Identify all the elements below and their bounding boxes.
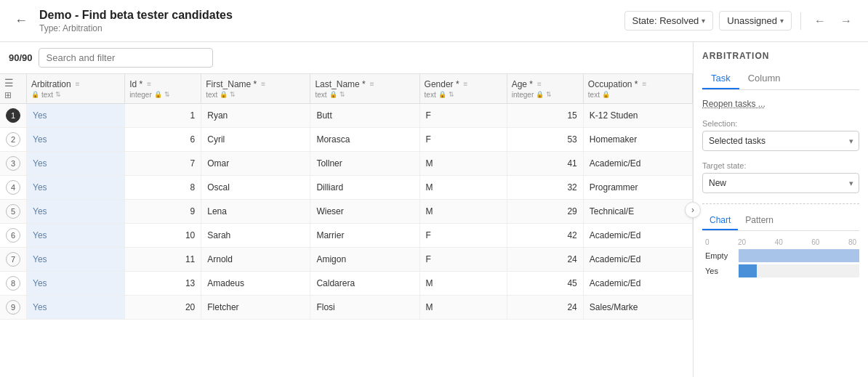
- firstname-cell: Omar: [201, 152, 310, 176]
- gender-cell: F: [419, 128, 507, 152]
- row-number-cell: 4: [0, 176, 27, 200]
- age-cell: 29: [507, 200, 583, 224]
- row-number-cell: 1: [0, 104, 27, 128]
- reopen-link[interactable]: Reopen tasks ...: [702, 99, 859, 109]
- id-cell: 13: [125, 272, 201, 296]
- id-cell: 8: [125, 176, 201, 200]
- age-cell: 53: [507, 128, 583, 152]
- col-lastname: Last_Name * ≡ text 🔒 ⇅: [310, 74, 419, 104]
- col-occupation-type: text: [588, 91, 600, 99]
- arbitration-cell: Yes: [27, 128, 125, 152]
- col-firstname: First_Name * ≡ text 🔒 ⇅: [201, 74, 310, 104]
- lastname-cell: Amigon: [310, 248, 419, 272]
- col-gender-type: text: [425, 91, 436, 99]
- table-row[interactable]: 6 Yes 10 Sarah Marrier F 42 Academic/Ed: [0, 224, 693, 248]
- bar-label-yes: Yes: [702, 265, 739, 277]
- col-occupation-menu[interactable]: ≡: [643, 80, 647, 88]
- chart-tab-pattern[interactable]: Pattern: [738, 211, 781, 230]
- x-label-60: 60: [811, 238, 819, 246]
- arbitration-cell: Yes: [27, 296, 125, 320]
- occupation-cell: Programmer: [583, 176, 692, 200]
- grid-icon[interactable]: ⊞: [4, 90, 12, 100]
- col-gender-sort[interactable]: ⇅: [449, 91, 454, 98]
- table-row[interactable]: 7 Yes 11 Arnold Amigon F 24 Academic/Ed: [0, 248, 693, 272]
- table-row[interactable]: 4 Yes 8 Oscal Dilliard M 32 Programmer: [0, 176, 693, 200]
- firstname-cell: Arnold: [201, 248, 310, 272]
- state-button[interactable]: State: Resolved ▾: [624, 11, 714, 31]
- table-row[interactable]: 5 Yes 9 Lena Wieser M 29 Technical/E: [0, 200, 693, 224]
- assignee-label: Unassigned: [727, 15, 777, 26]
- col-age-type: integer: [512, 91, 534, 99]
- table-row[interactable]: 3 Yes 7 Omar Tollner M 41 Academic/Ed: [0, 152, 693, 176]
- col-lastname-menu[interactable]: ≡: [370, 80, 374, 88]
- col-occupation-label: Occupation *: [588, 79, 638, 89]
- col-lastname-sort[interactable]: ⇅: [339, 91, 345, 98]
- col-arbitration-menu[interactable]: ≡: [76, 80, 80, 88]
- col-id-lock: 🔒: [154, 91, 162, 98]
- x-label-40: 40: [775, 238, 783, 246]
- x-label-80: 80: [848, 238, 856, 246]
- lastname-cell: Dilliard: [310, 176, 419, 200]
- lastname-cell: Flosi: [310, 296, 419, 320]
- selection-select[interactable]: Selected tasks All tasks Filtered tasks: [702, 131, 859, 151]
- nav-next-button[interactable]: →: [836, 12, 856, 31]
- tab-column[interactable]: Column: [739, 68, 789, 89]
- hamburger-icon[interactable]: ☰: [4, 77, 14, 89]
- firstname-cell: Lena: [201, 200, 310, 224]
- arbitration-cell: Yes: [27, 272, 125, 296]
- bar-bg-empty: [739, 249, 859, 262]
- col-age-menu[interactable]: ≡: [537, 80, 542, 88]
- gender-cell: F: [419, 104, 507, 128]
- table-row[interactable]: 1 Yes 1 Ryan Butt F 15 K-12 Studen: [0, 104, 693, 128]
- gender-cell: M: [419, 296, 507, 320]
- firstname-cell: Oscal: [201, 176, 310, 200]
- lock-icon: 🔒: [31, 91, 39, 98]
- table-row[interactable]: 2 Yes 6 Cyril Morasca F 53 Homemaker: [0, 128, 693, 152]
- table-row[interactable]: 9 Yes 20 Fletcher Flosi M 24 Sales/Marke: [0, 296, 693, 320]
- sort-icon[interactable]: ⇅: [55, 91, 61, 98]
- selection-wrapper: Selected tasks All tasks Filtered tasks: [702, 131, 859, 151]
- chart-x-labels: 0 20 40 60 80: [702, 238, 859, 246]
- age-cell: 32: [507, 176, 583, 200]
- age-cell: 42: [507, 224, 583, 248]
- table-row[interactable]: 8 Yes 13 Amadeus Caldarera M 45 Academic…: [0, 272, 693, 296]
- assignee-button[interactable]: Unassigned ▾: [719, 11, 792, 31]
- arbitration-cell: Yes: [27, 152, 125, 176]
- target-state-select[interactable]: New In Progress Resolved Closed: [702, 173, 859, 193]
- arbitration-cell: Yes: [27, 176, 125, 200]
- col-age-sort[interactable]: ⇅: [546, 91, 552, 98]
- lastname-cell: Butt: [310, 104, 419, 128]
- back-button[interactable]: ←: [12, 10, 31, 31]
- nav-prev-button[interactable]: ←: [810, 12, 830, 31]
- occupation-cell: K-12 Studen: [583, 104, 692, 128]
- col-firstname-menu[interactable]: ≡: [261, 80, 265, 88]
- chart-tab-chart[interactable]: Chart: [702, 211, 738, 230]
- occupation-cell: Sales/Marke: [583, 296, 692, 320]
- id-cell: 11: [125, 248, 201, 272]
- id-cell: 7: [125, 152, 201, 176]
- row-number: 5: [6, 204, 20, 219]
- lastname-cell: Marrier: [310, 224, 419, 248]
- col-gender: Gender * ≡ text 🔒 ⇅: [419, 74, 507, 104]
- expand-toggle[interactable]: ›: [685, 202, 701, 218]
- col-gender-menu[interactable]: ≡: [464, 80, 468, 88]
- tab-task[interactable]: Task: [702, 68, 739, 89]
- col-id-sort[interactable]: ⇅: [164, 91, 170, 98]
- search-input[interactable]: [39, 48, 213, 68]
- age-cell: 24: [507, 248, 583, 272]
- x-label-20: 20: [738, 238, 746, 246]
- col-firstname-sort[interactable]: ⇅: [230, 91, 236, 98]
- toolbar: 90/90: [0, 42, 693, 74]
- col-firstname-lock: 🔒: [220, 91, 228, 98]
- col-id-menu[interactable]: ≡: [147, 80, 151, 88]
- chart-row-yes: Yes: [702, 264, 859, 277]
- gender-cell: F: [419, 224, 507, 248]
- lastname-cell: Tollner: [310, 152, 419, 176]
- right-panel-inner: ARBITRATION Task Column Reopen tasks ...…: [694, 42, 868, 377]
- table-wrapper[interactable]: ☰ ⊞ Arbitration: [0, 74, 693, 377]
- firstname-cell: Cyril: [201, 128, 310, 152]
- header: ← Demo - Find beta tester candidates Typ…: [0, 0, 868, 42]
- target-state-wrapper: New In Progress Resolved Closed: [702, 173, 859, 193]
- firstname-cell: Fletcher: [201, 296, 310, 320]
- col-age-lock: 🔒: [536, 91, 544, 98]
